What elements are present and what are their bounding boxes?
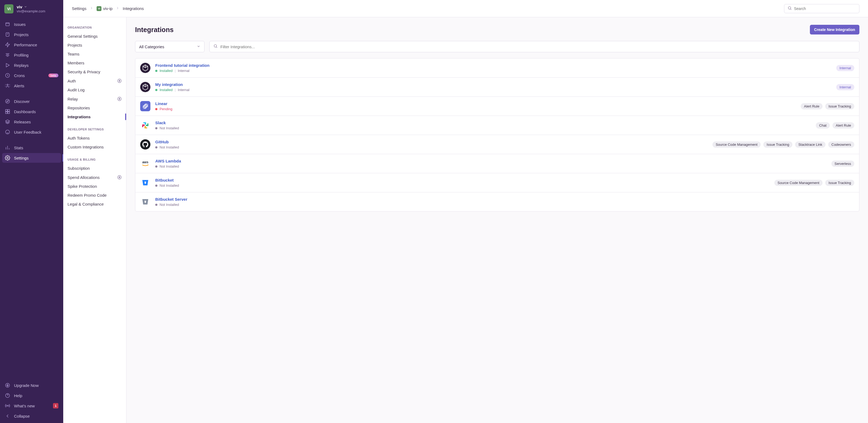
sidebar-user-block[interactable]: VI viv viv@example.com bbox=[0, 0, 63, 18]
sidebar-item-collapse[interactable]: Collapse bbox=[2, 411, 61, 421]
generic-cube-logo-icon bbox=[140, 63, 150, 73]
integration-name-link[interactable]: AWS Lambda bbox=[155, 159, 181, 163]
sidebar-item-performance[interactable]: Performance bbox=[2, 40, 61, 50]
integration-name-link[interactable]: Bitbucket Server bbox=[155, 197, 187, 201]
settings-nav-item-redeem-promo-code[interactable]: Redeem Promo Code bbox=[67, 191, 122, 200]
sidebar-item-stats[interactable]: Stats bbox=[2, 143, 61, 152]
sidebar-item-discover[interactable]: Discover bbox=[2, 96, 61, 106]
sidebar-item-projects[interactable]: Projects bbox=[2, 30, 61, 39]
settings-nav-item-spend-allocations[interactable]: Spend Allocations bbox=[67, 173, 122, 182]
sidebar-item-releases[interactable]: Releases bbox=[2, 117, 61, 126]
sidebar-item-label: Releases bbox=[14, 120, 31, 124]
settings-nav-item-auth-tokens[interactable]: Auth Tokens bbox=[67, 134, 122, 143]
upgrade-icon bbox=[5, 383, 10, 388]
sidebar-item-label: Discover bbox=[14, 99, 30, 104]
settings-nav-item-custom-integrations[interactable]: Custom Integrations bbox=[67, 143, 122, 151]
create-integration-button[interactable]: Create New Integration bbox=[810, 25, 859, 34]
integration-row[interactable]: LinearPendingAlert RuleIssue Tracking bbox=[135, 97, 859, 116]
settings-nav-item-label: Security & Privacy bbox=[67, 69, 100, 74]
integration-meta-label: Internal bbox=[178, 88, 189, 92]
integration-row[interactable]: AWS LambdaNot InstalledServerless bbox=[135, 154, 859, 173]
breadcrumb-root[interactable]: Settings bbox=[72, 6, 86, 11]
integration-name-link[interactable]: Linear bbox=[155, 101, 173, 106]
sidebar-primary: VI viv viv@example.com Issues Projects P… bbox=[0, 0, 63, 423]
sidebar-item-profiling[interactable]: Profiling bbox=[2, 50, 61, 60]
settings-nav-item-label: Custom Integrations bbox=[67, 145, 103, 149]
sidebar-item-settings[interactable]: Settings bbox=[2, 153, 61, 163]
sidebar-item-crons[interactable]: Crons beta bbox=[2, 70, 61, 80]
sidebar-item-whatsnew[interactable]: What's new 1 bbox=[2, 401, 61, 411]
svg-line-18 bbox=[790, 9, 791, 10]
svg-marker-20 bbox=[119, 80, 120, 82]
sidebar-item-replays[interactable]: Replays bbox=[2, 60, 61, 70]
integration-status-label: Not Installed bbox=[160, 126, 179, 130]
search-input[interactable] bbox=[794, 6, 856, 11]
integration-status-label: Pending bbox=[160, 107, 173, 111]
settings-section-title: ORGANIZATION bbox=[67, 26, 122, 29]
settings-nav-item-audit-log[interactable]: Audit Log bbox=[67, 85, 122, 94]
broadcast-icon bbox=[5, 403, 10, 408]
status-dot-icon bbox=[155, 146, 157, 148]
category-select[interactable]: All Categories bbox=[135, 41, 205, 52]
settings-nav-item-general-settings[interactable]: General Settings bbox=[67, 32, 122, 41]
sidebar-item-issues[interactable]: Issues bbox=[2, 20, 61, 29]
breadcrumb-project-badge: VI bbox=[97, 6, 101, 11]
settings-nav-item-subscription[interactable]: Subscription bbox=[67, 164, 122, 173]
sidebar-item-label: Profiling bbox=[14, 53, 29, 57]
settings-nav-item-teams[interactable]: Teams bbox=[67, 50, 122, 58]
help-icon bbox=[5, 393, 10, 398]
integration-row[interactable]: BitbucketNot InstalledSource Code Manage… bbox=[135, 173, 859, 192]
breadcrumb-project[interactable]: viv-ip bbox=[103, 6, 113, 11]
settings-icon bbox=[5, 155, 10, 161]
svg-rect-9 bbox=[8, 110, 10, 112]
integration-row[interactable]: Frontend tutorial integrationInstalled|I… bbox=[135, 58, 859, 78]
breadcrumb: Settings VI viv-ip Integrations bbox=[72, 6, 144, 11]
integration-name-link[interactable]: Frontend tutorial integration bbox=[155, 63, 210, 67]
settings-nav-item-members[interactable]: Members bbox=[67, 58, 122, 67]
settings-nav-item-security-privacy[interactable]: Security & Privacy bbox=[67, 67, 122, 76]
sidebar-item-user-feedback[interactable]: User Feedback bbox=[2, 127, 61, 137]
search-icon bbox=[213, 44, 218, 49]
tag-pill: Alert Rule bbox=[801, 103, 823, 109]
integration-name-link[interactable]: Bitbucket bbox=[155, 178, 179, 182]
settings-nav-item-label: Members bbox=[67, 61, 85, 65]
status-dot-icon bbox=[155, 127, 157, 129]
settings-nav-item-projects[interactable]: Projects bbox=[67, 41, 122, 50]
search-box[interactable] bbox=[784, 4, 859, 13]
settings-section-title: DEVELOPER SETTINGS bbox=[67, 128, 122, 131]
integration-row[interactable]: GitHubNot InstalledSource Code Managemen… bbox=[135, 135, 859, 154]
integration-row[interactable]: SlackNot InstalledChatAlert Rule bbox=[135, 116, 859, 135]
user-feedback-icon bbox=[5, 129, 10, 135]
settings-nav-item-auth[interactable]: Auth bbox=[67, 76, 122, 85]
svg-rect-11 bbox=[8, 112, 10, 114]
sidebar-item-label: User Feedback bbox=[14, 130, 41, 135]
settings-nav-item-legal-compliance[interactable]: Legal & Compliance bbox=[67, 200, 122, 208]
settings-nav-item-repositories[interactable]: Repositories bbox=[67, 104, 122, 112]
integration-name-link[interactable]: My integration bbox=[155, 82, 189, 87]
integration-row[interactable]: My integrationInstalled|InternalInternal bbox=[135, 78, 859, 97]
settings-nav-item-spike-protection[interactable]: Spike Protection bbox=[67, 182, 122, 191]
integration-list: Frontend tutorial integrationInstalled|I… bbox=[135, 58, 859, 212]
filter-input[interactable] bbox=[220, 45, 855, 49]
nav-group-3: Stats Settings bbox=[0, 142, 63, 168]
settings-nav-item-integrations[interactable]: Integrations bbox=[67, 112, 122, 121]
tag-pill: Stacktrace Link bbox=[795, 141, 826, 148]
projects-icon bbox=[5, 32, 10, 37]
integration-name-link[interactable]: Slack bbox=[155, 120, 179, 125]
tag-pill: Issue Tracking bbox=[763, 141, 793, 148]
settings-nav-item-relay[interactable]: Relay bbox=[67, 94, 122, 104]
sidebar-item-upgrade[interactable]: Upgrade Now bbox=[2, 380, 61, 390]
crons-icon bbox=[5, 73, 10, 78]
filter-box[interactable] bbox=[209, 41, 859, 52]
settings-nav-item-label: Legal & Compliance bbox=[67, 202, 103, 206]
sidebar-item-dashboards[interactable]: Dashboards bbox=[2, 107, 61, 116]
integration-name-link[interactable]: GitHub bbox=[155, 140, 179, 144]
settings-nav-item-label: Spend Allocations bbox=[67, 175, 99, 180]
power-icon bbox=[117, 175, 122, 180]
sidebar-item-alerts[interactable]: Alerts bbox=[2, 81, 61, 90]
status-dot-icon bbox=[155, 185, 157, 187]
sidebar-item-help[interactable]: Help bbox=[2, 391, 61, 400]
integration-tags: Alert RuleIssue Tracking bbox=[801, 103, 854, 109]
integration-status-label: Not Installed bbox=[160, 184, 179, 188]
integration-row[interactable]: Bitbucket ServerNot Installed bbox=[135, 192, 859, 211]
